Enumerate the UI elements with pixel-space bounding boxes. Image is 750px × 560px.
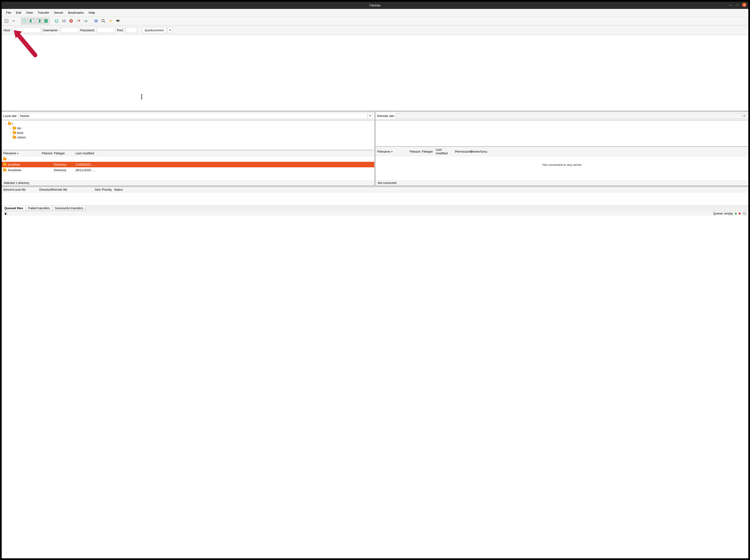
- search-button[interactable]: [115, 18, 121, 24]
- toggle-local-tree-button[interactable]: [28, 18, 35, 24]
- remote-file-list: Filename Filesize Filetype Last modified…: [376, 146, 748, 185]
- sync-browse-button[interactable]: [107, 18, 114, 24]
- svg-rect-5: [23, 19, 26, 23]
- col-owner[interactable]: Owner/Grou: [469, 147, 488, 156]
- file-row-parent[interactable]: ..: [2, 156, 374, 162]
- menu-edit[interactable]: Edit: [14, 10, 24, 15]
- col-filename[interactable]: Filename: [376, 147, 408, 156]
- resize-grip-icon[interactable]: [743, 212, 746, 215]
- local-site-input[interactable]: [19, 113, 367, 119]
- folder-icon: [13, 131, 16, 134]
- file-row[interactable]: jonathan Directory21/09/2021 14:...: [2, 162, 374, 167]
- process-queue-button[interactable]: [60, 18, 67, 24]
- window-title: FileZilla: [370, 4, 380, 7]
- status-bar: ◐ Queue: empty: [2, 211, 748, 216]
- tree-item[interactable]: cdrom: [17, 136, 26, 139]
- tab-successful-transfers[interactable]: Successful transfers: [52, 206, 86, 211]
- remote-tree[interactable]: [376, 120, 748, 146]
- minimize-button[interactable]: —: [729, 3, 733, 7]
- disconnect-button[interactable]: [75, 18, 82, 24]
- username-input[interactable]: [60, 27, 79, 33]
- col-filesize[interactable]: Filesize: [40, 150, 52, 156]
- menu-transfer[interactable]: Transfer: [35, 10, 52, 15]
- qcol-server[interactable]: Server/Local file: [2, 187, 38, 192]
- col-filesize[interactable]: Filesize: [408, 147, 420, 156]
- file-row[interactable]: linuxbrew Directory28/11/2020 21:...: [2, 167, 374, 173]
- tab-failed-transfers[interactable]: Failed transfers: [25, 206, 53, 211]
- remote-site-input: [396, 113, 741, 119]
- col-filetype[interactable]: Filetype: [420, 147, 434, 156]
- site-manager-dropdown[interactable]: [11, 18, 17, 24]
- svg-rect-13: [44, 19, 48, 21]
- menu-server[interactable]: Server: [52, 10, 65, 15]
- tree-root[interactable]: /: [12, 122, 13, 125]
- folder-icon: [8, 122, 11, 125]
- password-label: Password:: [80, 28, 95, 32]
- queue-body[interactable]: [2, 192, 748, 205]
- toggle-message-log-button[interactable]: [21, 18, 28, 24]
- svg-rect-33: [118, 20, 118, 21]
- refresh-button[interactable]: [53, 18, 60, 24]
- qcol-size[interactable]: Size: [93, 187, 100, 192]
- local-pane: Local site: ⌄/ ›bin ›boot cdrom Filename…: [2, 112, 376, 185]
- expand-icon[interactable]: ›: [9, 131, 12, 134]
- collapse-icon[interactable]: ⌄: [4, 122, 7, 125]
- col-lastmodified[interactable]: Last modified: [434, 147, 454, 156]
- maximize-button[interactable]: □: [735, 3, 739, 7]
- quickconnect-bar: Host: Username: Password: Port: Quickcon…: [2, 25, 748, 35]
- svg-rect-14: [44, 21, 48, 23]
- menu-bookmarks[interactable]: Bookmarks: [66, 10, 86, 15]
- menu-view[interactable]: View: [24, 10, 35, 15]
- port-label: Port:: [117, 28, 124, 32]
- quickconnect-history-dropdown[interactable]: [167, 27, 173, 33]
- close-button[interactable]: ✕: [742, 3, 746, 7]
- qcol-status[interactable]: Status: [113, 187, 139, 192]
- host-label: Host:: [4, 28, 11, 32]
- menubar: File Edit View Transfer Server Bookmarks…: [2, 9, 748, 17]
- cancel-button[interactable]: [68, 18, 75, 24]
- col-permissions[interactable]: Permissions: [454, 147, 469, 156]
- toggle-remote-tree-button[interactable]: [35, 18, 42, 24]
- activity-led-send-icon: [739, 213, 741, 214]
- activity-led-recv-icon: [735, 213, 737, 214]
- tree-item[interactable]: bin: [17, 126, 21, 130]
- local-site-dropdown[interactable]: [367, 113, 373, 119]
- folder-icon: [3, 158, 6, 160]
- local-site-label: Local site:: [3, 114, 17, 118]
- local-tree[interactable]: ⌄/ ›bin ›boot cdrom: [2, 120, 374, 150]
- host-input[interactable]: [13, 27, 41, 33]
- reconnect-button[interactable]: [82, 18, 89, 24]
- text-cursor-icon: [141, 95, 142, 99]
- qcol-direction[interactable]: Direction: [38, 187, 50, 192]
- folder-icon: [3, 163, 6, 166]
- username-label: Username:: [43, 28, 58, 32]
- tab-queued-files[interactable]: Queued files: [2, 206, 26, 211]
- toolbar: [2, 17, 748, 25]
- remote-empty-message: Not connected to any server: [376, 156, 748, 173]
- network-icon: ◐: [5, 212, 7, 215]
- menu-help[interactable]: Help: [86, 10, 98, 15]
- col-filename[interactable]: Filename: [2, 150, 40, 156]
- svg-rect-10: [32, 19, 33, 23]
- sort-asc-icon: [391, 151, 393, 152]
- qcol-priority[interactable]: Priority: [100, 187, 113, 192]
- svg-line-29: [104, 21, 105, 23]
- qcol-remote[interactable]: Remote file: [50, 187, 93, 192]
- expand-icon[interactable]: ›: [9, 127, 12, 129]
- site-manager-button[interactable]: [3, 18, 10, 24]
- port-input[interactable]: [125, 27, 137, 33]
- directory-compare-button[interactable]: [100, 18, 107, 24]
- quickconnect-button[interactable]: Quickconnect: [142, 27, 166, 33]
- toggle-queue-button[interactable]: [43, 18, 50, 24]
- message-log-pane[interactable]: [2, 35, 748, 112]
- svg-rect-4: [7, 21, 8, 22]
- password-input[interactable]: [97, 27, 116, 33]
- tree-item[interactable]: boot: [17, 131, 23, 134]
- col-filetype[interactable]: Filetype: [52, 150, 74, 156]
- filter-button[interactable]: [93, 18, 100, 24]
- remote-site-dropdown[interactable]: [741, 113, 747, 119]
- svg-rect-12: [39, 19, 40, 23]
- menu-file[interactable]: File: [4, 10, 14, 15]
- col-lastmodified[interactable]: Last modified: [74, 150, 98, 156]
- svg-point-30: [109, 20, 112, 22]
